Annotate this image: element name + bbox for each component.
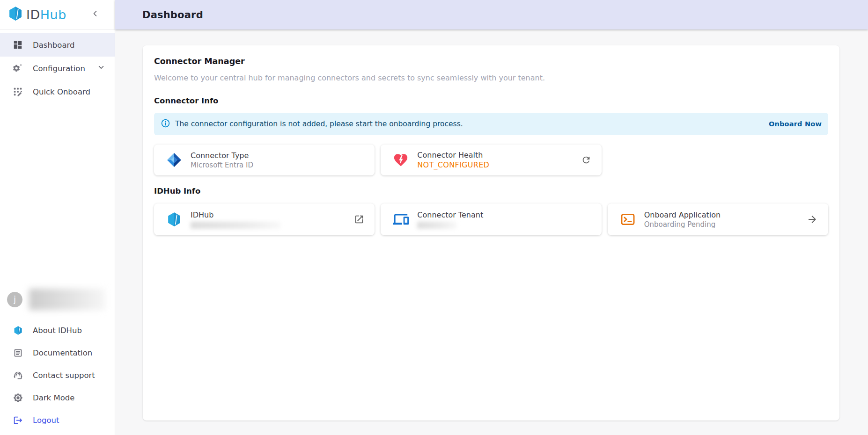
logout-icon [12, 415, 23, 425]
headset-icon [12, 370, 23, 380]
info-icon [161, 118, 170, 130]
sidebar-item-label: Logout [33, 416, 59, 425]
hexagon-logo-icon [12, 326, 23, 335]
user-row[interactable]: j [0, 286, 115, 312]
sidebar-collapse-button[interactable] [88, 8, 102, 21]
connector-info-cards: Connector Type Microsoft Entra ID [154, 145, 828, 175]
idhub-url-redacted [191, 222, 280, 229]
sidebar-item-label: Dashboard [33, 41, 105, 50]
user-name-redacted [29, 289, 105, 310]
card-title: Connector Health [417, 151, 489, 160]
open-in-new-icon[interactable] [354, 214, 364, 225]
sidebar-item-dark-mode[interactable]: Dark Mode [0, 386, 115, 409]
sidebar-item-documentation[interactable]: Documentation [0, 341, 115, 364]
terminal-icon [619, 211, 637, 227]
devices-icon [392, 211, 410, 227]
card-title: Connector Tenant [417, 210, 483, 219]
sidebar-header: IDHub [0, 0, 115, 29]
sidebar-item-about-idhub[interactable]: About IDHub [0, 319, 115, 341]
sidebar-item-dashboard[interactable]: Dashboard [0, 33, 115, 57]
card-title: Onboard Application [644, 210, 721, 219]
main-area: Dashboard Connector Manager Welcome to y… [115, 0, 868, 435]
chevron-down-icon [97, 63, 105, 73]
dashboard-icon [12, 40, 23, 50]
welcome-text: Welcome to your central hub for managing… [154, 73, 828, 82]
idhub-card[interactable]: IDHub [154, 203, 375, 235]
sidebar-item-label: Contact support [33, 371, 95, 380]
sidebar-item-quick-onboard[interactable]: Quick Onboard [0, 80, 115, 103]
idhub-info-heading: IDHub Info [154, 187, 828, 196]
card-subtitle: Microsoft Entra ID [191, 161, 253, 169]
idhub-info-cards: IDHub Connector Tenant [154, 203, 828, 235]
card-title: Connector Type [191, 151, 253, 160]
top-header: Dashboard [115, 0, 868, 29]
hexagon-logo-icon [7, 6, 23, 23]
sidebar-item-configuration[interactable]: Configuration [0, 57, 115, 80]
onboard-now-link[interactable]: Onboard Now [769, 120, 822, 128]
sidebar-item-label: Dark Mode [33, 393, 74, 402]
sidebar-item-label: Quick Onboard [33, 87, 105, 96]
entra-id-icon [165, 152, 183, 168]
idhub-logo: IDHub [7, 6, 66, 23]
document-icon [12, 348, 23, 358]
broken-heart-icon [392, 152, 410, 168]
content-area: Connector Manager Welcome to your centra… [115, 29, 868, 420]
alert-message: The connector configuration is not added… [175, 120, 463, 128]
refresh-icon[interactable] [581, 155, 591, 165]
card-subtitle: Onboarding Pending [644, 220, 721, 229]
arrow-right-icon[interactable] [807, 214, 818, 225]
sidebar-item-logout[interactable]: Logout [0, 409, 115, 431]
connector-tenant-card[interactable]: Connector Tenant [381, 203, 601, 235]
info-alert: The connector configuration is not added… [154, 113, 828, 135]
page-title: Dashboard [142, 9, 203, 21]
logo-text: IDHub [26, 7, 66, 22]
sidebar-footer: j About IDHub Documentation [0, 286, 115, 435]
empty-grid-cell [608, 145, 828, 175]
sidebar-item-contact-support[interactable]: Contact support [0, 364, 115, 386]
brightness-icon [12, 393, 23, 403]
connector-health-card[interactable]: Connector Health NOT_CONFIGURED [381, 145, 601, 175]
connector-info-heading: Connector Info [154, 96, 828, 105]
card-title: IDHub [191, 210, 280, 219]
app-root: IDHub Dashboard [0, 0, 868, 435]
sidebar: IDHub Dashboard [0, 0, 115, 435]
connector-manager-panel: Connector Manager Welcome to your centra… [143, 45, 839, 420]
sidebar-item-label: Configuration [33, 64, 97, 73]
panel-title: Connector Manager [154, 57, 828, 66]
connector-type-card[interactable]: Connector Type Microsoft Entra ID [154, 145, 375, 175]
onboard-application-card[interactable]: Onboard Application Onboarding Pending [608, 203, 828, 235]
sidebar-item-label: Documentation [33, 348, 92, 357]
hexagon-logo-icon [165, 211, 183, 227]
health-status: NOT_CONFIGURED [417, 160, 489, 169]
gear-sparkle-icon [12, 63, 23, 73]
sidebar-nav: Dashboard Configuration [0, 29, 115, 103]
chevron-left-icon [90, 9, 100, 20]
tenant-name-redacted [417, 222, 456, 229]
sidebar-item-label: About IDHub [33, 326, 82, 335]
grid-edit-icon [12, 87, 23, 97]
avatar: j [7, 292, 22, 307]
